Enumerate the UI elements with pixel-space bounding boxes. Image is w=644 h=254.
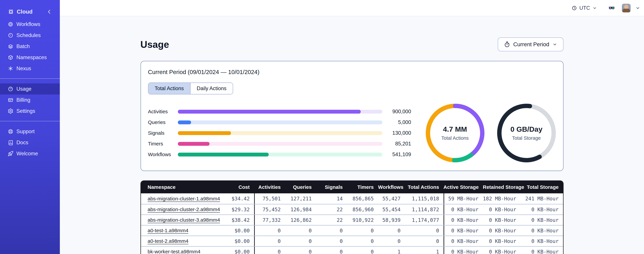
- cell-timers: 856,960: [347, 204, 378, 214]
- cell-queries: 127,211: [285, 193, 316, 204]
- cell-workflows: 0: [378, 236, 405, 246]
- cell-cost: $29.32: [225, 204, 254, 214]
- sidebar-divider: [0, 78, 60, 79]
- namespace-link[interactable]: abs-migration-cluster-2.a98mm4: [148, 206, 220, 212]
- cell-cost: $0.00: [225, 247, 254, 254]
- sidebar-item-billing[interactable]: Billing: [0, 94, 60, 106]
- main-content: Usage Current Period Current Period (09/…: [60, 16, 644, 254]
- cell-activities: 75,501: [254, 193, 285, 204]
- cell-total-actions: 1: [405, 247, 444, 254]
- billing-icon: [8, 97, 14, 103]
- sidebar-item-batch[interactable]: Batch: [0, 41, 60, 52]
- user-avatar[interactable]: [622, 4, 630, 12]
- sidebar-divider: [0, 121, 60, 121]
- cell-total-storage: 0 KB-Hour: [521, 226, 563, 236]
- sidebar-item-support[interactable]: Support: [0, 126, 60, 137]
- sidebar-nav-account: UsageBillingSettings: [0, 84, 60, 116]
- sidebar-item-nexus[interactable]: Nexus: [0, 63, 60, 74]
- bar-value: 900,000: [382, 108, 411, 114]
- bar-fill: [178, 142, 210, 146]
- timezone-selector[interactable]: UTC: [572, 5, 597, 11]
- actions-tabs: Total ActionsDaily Actions: [148, 82, 233, 94]
- cell-activities: 0: [254, 247, 285, 254]
- table-row: a0-test-2.a98mm4$0.000000000 KB-Hour0 KB…: [141, 236, 563, 246]
- usage-summary-card: Current Period (09/01/2024 — 10/01/2024)…: [140, 61, 564, 171]
- period-selector-button[interactable]: Current Period: [498, 37, 564, 52]
- sidebar-item-label: Billing: [16, 97, 30, 103]
- batch-icon: [8, 44, 14, 49]
- table-header-row: NamespaceCostActivitiesQueriesSignalsTim…: [141, 181, 563, 193]
- sidebar-collapse-button[interactable]: [46, 8, 52, 15]
- summary-donuts: 4.7 MMTotal Actions0 GB/DayTotal Storage: [426, 104, 556, 162]
- cell-total-storage: 0 KB-Hour: [521, 204, 563, 214]
- sidebar-item-settings[interactable]: Settings: [0, 106, 60, 116]
- column-header-active-storage: Active Storage: [444, 184, 483, 190]
- bar-label: Timers: [148, 141, 178, 146]
- docs-icon: [8, 140, 14, 146]
- sidebar-item-welcome[interactable]: Welcome: [0, 148, 60, 159]
- sidebar-item-label: Settings: [16, 108, 35, 114]
- tab-daily-actions[interactable]: Daily Actions: [190, 83, 233, 94]
- cell-total-storage: 241 MB-Hour: [521, 193, 563, 204]
- cell-signals: 0: [316, 226, 347, 236]
- usage-bar-timers: Timers85,201: [148, 138, 411, 149]
- cell-total-storage: 0 KB-Hour: [521, 215, 563, 225]
- column-header-total-storage: Total Storage: [521, 184, 563, 190]
- cell-activities: 77,332: [254, 215, 285, 225]
- bar-label: Activities: [148, 109, 178, 114]
- sidebar-item-docs[interactable]: Docs: [0, 137, 60, 148]
- card-title: Current Period (09/01/2024 — 10/01/2024): [148, 69, 556, 76]
- total-storage-donut: 0 GB/DayTotal Storage: [497, 104, 556, 162]
- namespace-link[interactable]: abs-migration-cluster-3.a98mm4: [148, 217, 220, 223]
- support-icon: [8, 129, 14, 134]
- bar-track: [178, 131, 382, 135]
- cell-queries: 0: [285, 247, 316, 254]
- stopwatch-icon: [504, 41, 510, 48]
- column-header-activities: Activities: [254, 184, 285, 190]
- table-row: abs-migration-cluster-2.a98mm4$29.3275,4…: [141, 204, 563, 214]
- usage-bar-signals: Signals130,000: [148, 128, 411, 138]
- namespace-cell: abs-migration-cluster-2.a98mm4: [141, 204, 225, 214]
- namespace-usage-table: NamespaceCostActivitiesQueriesSignalsTim…: [140, 180, 564, 254]
- sidebar-item-label: Batch: [16, 44, 30, 50]
- namespace-link[interactable]: a0-test-2.a98mm4: [148, 238, 188, 244]
- table-row: a0-test-1.a98mm4$0.000000000 KB-Hour0 KB…: [141, 225, 563, 236]
- column-header-retained-storage: Retained Storage: [483, 184, 521, 190]
- sidebar-item-namespaces[interactable]: Namespaces: [0, 52, 60, 63]
- namespace-cell: abs-migration-cluster-3.a98mm4: [141, 215, 225, 225]
- namespace-link[interactable]: abs-migration-cluster-1.a98mm4: [148, 196, 220, 202]
- cell-workflows: 58,939: [378, 215, 405, 225]
- tab-total-actions[interactable]: Total Actions: [148, 83, 190, 94]
- namespace-link[interactable]: a0-test-1.a98mm4: [148, 228, 188, 234]
- table-row: abs-migration-cluster-3.a98mm4$38.4277,3…: [141, 214, 563, 225]
- brand-label: Cloud: [17, 8, 32, 15]
- sidebar-item-label: Usage: [16, 86, 32, 92]
- cell-activities: 0: [254, 236, 285, 246]
- cell-signals: 22: [316, 204, 347, 214]
- user-menu-chevron-down-icon[interactable]: [635, 6, 640, 10]
- namespace-cell: bk-worker-test.a98mm4: [141, 247, 225, 254]
- sidebar-item-workflows[interactable]: Workflows: [0, 19, 60, 30]
- donut-value: 4.7 MM: [443, 125, 467, 133]
- sidebar-nav-footer: SupportDocsWelcome: [0, 126, 60, 159]
- cell-retained-storage: 0 KB-Hour: [483, 226, 521, 236]
- sidebar-item-usage[interactable]: Usage: [0, 84, 60, 94]
- cell-total-actions: 1,114,872: [405, 204, 444, 214]
- namespace-cell: a0-test-1.a98mm4: [141, 226, 225, 236]
- cell-signals: 14: [316, 193, 347, 204]
- cell-queries: 126,984: [285, 204, 316, 214]
- sidebar-item-schedules[interactable]: Schedules: [0, 30, 60, 41]
- cell-timers: 0: [347, 236, 378, 246]
- column-header-workflows: Workflows: [378, 184, 405, 190]
- sidebar-nav-main: WorkflowsSchedulesBatchNamespacesNexus: [0, 19, 60, 74]
- sidebar-item-label: Welcome: [16, 150, 38, 157]
- donut-value: 0 GB/Day: [510, 125, 542, 133]
- cell-queries: 0: [285, 236, 316, 246]
- glasses-icon[interactable]: [608, 5, 616, 12]
- total-actions-donut: 4.7 MMTotal Actions: [426, 104, 484, 162]
- cell-total-actions: 0: [405, 226, 444, 236]
- cell-queries: 126,862: [285, 215, 316, 225]
- sidebar-item-label: Docs: [16, 140, 28, 146]
- namespace-link[interactable]: bk-worker-test.a98mm4: [148, 249, 200, 254]
- cell-signals: 22: [316, 215, 347, 225]
